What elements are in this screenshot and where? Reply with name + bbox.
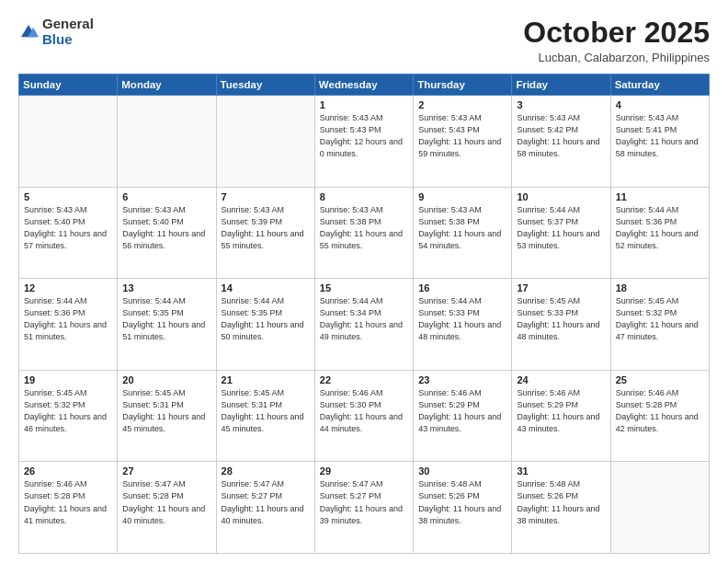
calendar-cell: 4Sunrise: 5:43 AM Sunset: 5:41 PM Daylig… xyxy=(610,96,709,188)
day-number: 31 xyxy=(517,465,605,477)
logo-top: General Blue xyxy=(18,17,94,47)
title-block: October 2025 Lucban, Calabarzon, Philipp… xyxy=(523,17,710,64)
day-info: Sunrise: 5:44 AM Sunset: 5:36 PM Dayligh… xyxy=(24,295,112,343)
calendar-cell: 29Sunrise: 5:47 AM Sunset: 5:27 PM Dayli… xyxy=(314,462,413,554)
day-info: Sunrise: 5:46 AM Sunset: 5:29 PM Dayligh… xyxy=(418,387,506,435)
calendar-week-row: 19Sunrise: 5:45 AM Sunset: 5:32 PM Dayli… xyxy=(19,370,710,462)
day-info: Sunrise: 5:48 AM Sunset: 5:26 PM Dayligh… xyxy=(517,478,605,526)
day-number: 29 xyxy=(320,465,408,477)
calendar-cell: 23Sunrise: 5:46 AM Sunset: 5:29 PM Dayli… xyxy=(414,370,512,462)
day-info: Sunrise: 5:45 AM Sunset: 5:33 PM Dayligh… xyxy=(517,295,605,343)
calendar-cell: 15Sunrise: 5:44 AM Sunset: 5:34 PM Dayli… xyxy=(314,279,413,371)
weekday-header: Sunday xyxy=(19,75,118,96)
calendar-cell: 8Sunrise: 5:43 AM Sunset: 5:38 PM Daylig… xyxy=(314,187,413,279)
day-number: 20 xyxy=(122,374,210,385)
day-info: Sunrise: 5:43 AM Sunset: 5:41 PM Dayligh… xyxy=(616,112,704,160)
calendar-cell: 12Sunrise: 5:44 AM Sunset: 5:36 PM Dayli… xyxy=(19,279,118,371)
calendar-cell: 21Sunrise: 5:45 AM Sunset: 5:31 PM Dayli… xyxy=(216,370,314,462)
day-info: Sunrise: 5:43 AM Sunset: 5:42 PM Dayligh… xyxy=(517,112,605,160)
calendar-cell: 25Sunrise: 5:46 AM Sunset: 5:28 PM Dayli… xyxy=(610,370,709,462)
weekday-header: Tuesday xyxy=(216,75,314,96)
calendar-cell: 14Sunrise: 5:44 AM Sunset: 5:35 PM Dayli… xyxy=(216,279,314,371)
calendar-cell: 3Sunrise: 5:43 AM Sunset: 5:42 PM Daylig… xyxy=(512,96,610,188)
day-number: 9 xyxy=(418,191,506,202)
calendar-cell: 5Sunrise: 5:43 AM Sunset: 5:40 PM Daylig… xyxy=(19,187,118,279)
day-number: 11 xyxy=(616,191,704,202)
day-number: 27 xyxy=(122,465,210,477)
calendar-cell: 24Sunrise: 5:46 AM Sunset: 5:29 PM Dayli… xyxy=(512,370,610,462)
logo-icon xyxy=(18,22,39,42)
day-info: Sunrise: 5:43 AM Sunset: 5:40 PM Dayligh… xyxy=(24,204,112,252)
calendar-cell: 31Sunrise: 5:48 AM Sunset: 5:26 PM Dayli… xyxy=(512,462,610,554)
day-info: Sunrise: 5:44 AM Sunset: 5:37 PM Dayligh… xyxy=(517,204,605,252)
day-number: 1 xyxy=(320,99,408,110)
day-info: Sunrise: 5:47 AM Sunset: 5:28 PM Dayligh… xyxy=(122,478,210,526)
day-number: 22 xyxy=(320,374,408,385)
day-info: Sunrise: 5:45 AM Sunset: 5:31 PM Dayligh… xyxy=(122,387,210,435)
day-number: 16 xyxy=(418,282,506,293)
calendar-header-row: SundayMondayTuesdayWednesdayThursdayFrid… xyxy=(19,75,710,96)
day-number: 28 xyxy=(222,465,310,477)
day-number: 15 xyxy=(320,282,408,293)
day-number: 18 xyxy=(616,282,704,293)
calendar-cell: 19Sunrise: 5:45 AM Sunset: 5:32 PM Dayli… xyxy=(19,370,118,462)
calendar-cell: 9Sunrise: 5:43 AM Sunset: 5:38 PM Daylig… xyxy=(414,187,512,279)
calendar-cell: 30Sunrise: 5:48 AM Sunset: 5:26 PM Dayli… xyxy=(414,462,512,554)
day-number: 26 xyxy=(24,465,112,477)
day-number: 8 xyxy=(320,191,408,202)
calendar-cell: 10Sunrise: 5:44 AM Sunset: 5:37 PM Dayli… xyxy=(512,187,610,279)
calendar-cell: 1Sunrise: 5:43 AM Sunset: 5:43 PM Daylig… xyxy=(314,96,413,188)
calendar-cell xyxy=(118,96,216,188)
calendar-cell: 26Sunrise: 5:46 AM Sunset: 5:28 PM Dayli… xyxy=(19,462,118,554)
weekday-header: Wednesday xyxy=(314,75,413,96)
day-number: 21 xyxy=(222,374,310,385)
weekday-header: Monday xyxy=(118,75,216,96)
day-number: 7 xyxy=(222,191,310,202)
day-info: Sunrise: 5:47 AM Sunset: 5:27 PM Dayligh… xyxy=(222,478,310,526)
day-info: Sunrise: 5:43 AM Sunset: 5:43 PM Dayligh… xyxy=(320,112,408,160)
calendar-cell xyxy=(610,462,709,554)
day-info: Sunrise: 5:46 AM Sunset: 5:28 PM Dayligh… xyxy=(616,387,704,435)
month-title: October 2025 xyxy=(523,17,710,49)
day-info: Sunrise: 5:44 AM Sunset: 5:36 PM Dayligh… xyxy=(616,204,704,252)
day-number: 23 xyxy=(418,374,506,385)
day-info: Sunrise: 5:43 AM Sunset: 5:40 PM Dayligh… xyxy=(122,204,210,252)
calendar-cell: 17Sunrise: 5:45 AM Sunset: 5:33 PM Dayli… xyxy=(512,279,610,371)
calendar-cell: 13Sunrise: 5:44 AM Sunset: 5:35 PM Dayli… xyxy=(118,279,216,371)
logo: General Blue xyxy=(18,17,94,47)
day-info: Sunrise: 5:48 AM Sunset: 5:26 PM Dayligh… xyxy=(418,478,506,526)
calendar-week-row: 26Sunrise: 5:46 AM Sunset: 5:28 PM Dayli… xyxy=(19,462,710,554)
day-number: 30 xyxy=(418,465,506,477)
calendar-cell: 18Sunrise: 5:45 AM Sunset: 5:32 PM Dayli… xyxy=(610,279,709,371)
day-number: 19 xyxy=(24,374,112,385)
day-number: 6 xyxy=(122,191,210,202)
calendar-cell: 2Sunrise: 5:43 AM Sunset: 5:43 PM Daylig… xyxy=(414,96,512,188)
day-info: Sunrise: 5:46 AM Sunset: 5:30 PM Dayligh… xyxy=(320,387,408,435)
calendar-cell: 22Sunrise: 5:46 AM Sunset: 5:30 PM Dayli… xyxy=(314,370,413,462)
day-info: Sunrise: 5:43 AM Sunset: 5:39 PM Dayligh… xyxy=(222,204,310,252)
logo-blue: Blue xyxy=(42,32,94,48)
calendar-cell: 7Sunrise: 5:43 AM Sunset: 5:39 PM Daylig… xyxy=(216,187,314,279)
calendar-cell: 28Sunrise: 5:47 AM Sunset: 5:27 PM Dayli… xyxy=(216,462,314,554)
calendar-cell xyxy=(19,96,118,188)
day-info: Sunrise: 5:46 AM Sunset: 5:29 PM Dayligh… xyxy=(517,387,605,435)
day-info: Sunrise: 5:47 AM Sunset: 5:27 PM Dayligh… xyxy=(320,478,408,526)
day-info: Sunrise: 5:43 AM Sunset: 5:38 PM Dayligh… xyxy=(320,204,408,252)
day-info: Sunrise: 5:44 AM Sunset: 5:35 PM Dayligh… xyxy=(222,295,310,343)
calendar-cell: 11Sunrise: 5:44 AM Sunset: 5:36 PM Dayli… xyxy=(610,187,709,279)
logo-general: General xyxy=(42,17,94,32)
calendar-cell xyxy=(216,96,314,188)
calendar-week-row: 1Sunrise: 5:43 AM Sunset: 5:43 PM Daylig… xyxy=(19,96,710,188)
calendar-cell: 27Sunrise: 5:47 AM Sunset: 5:28 PM Dayli… xyxy=(118,462,216,554)
day-number: 10 xyxy=(517,191,605,202)
day-info: Sunrise: 5:46 AM Sunset: 5:28 PM Dayligh… xyxy=(24,478,112,526)
calendar-cell: 16Sunrise: 5:44 AM Sunset: 5:33 PM Dayli… xyxy=(414,279,512,371)
day-number: 14 xyxy=(222,282,310,293)
day-info: Sunrise: 5:45 AM Sunset: 5:32 PM Dayligh… xyxy=(616,295,704,343)
calendar-cell: 20Sunrise: 5:45 AM Sunset: 5:31 PM Dayli… xyxy=(118,370,216,462)
day-info: Sunrise: 5:45 AM Sunset: 5:32 PM Dayligh… xyxy=(24,387,112,435)
logo-text: General Blue xyxy=(42,17,94,47)
day-info: Sunrise: 5:45 AM Sunset: 5:31 PM Dayligh… xyxy=(222,387,310,435)
calendar-cell: 6Sunrise: 5:43 AM Sunset: 5:40 PM Daylig… xyxy=(118,187,216,279)
weekday-header: Thursday xyxy=(414,75,512,96)
